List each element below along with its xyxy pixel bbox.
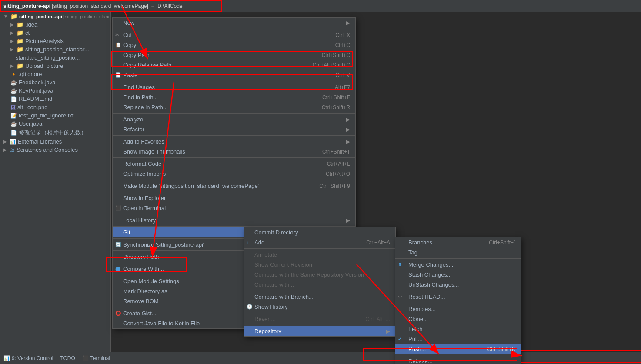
menu-item-show-current: Show Current Revision (244, 260, 395, 270)
sidebar-item-label: Upload_picture (25, 63, 63, 69)
sidebar-item-standard[interactable]: standard_sitting_positio... (0, 53, 110, 62)
menu-separator (113, 135, 355, 136)
menu-item-compare-branch[interactable]: Compare with Branch... (244, 292, 395, 302)
menu-item-optimize[interactable]: Optimize Imports Ctrl+Alt+O (113, 169, 355, 179)
menu-item-reformat[interactable]: Reformat Code Ctrl+Alt+L (113, 159, 355, 169)
menu-item-reset-head[interactable]: ↩ Reset HEAD... (395, 292, 521, 302)
menu-item-refactor[interactable]: Refactor ▶ (113, 124, 355, 134)
menu-item-pull[interactable]: ✔ Pull... (395, 334, 521, 344)
menu-separator (113, 192, 355, 192)
sidebar-item-upload[interactable]: ▶ 📁 Upload_picture (0, 62, 110, 70)
menu-label: Show in Explorer (123, 195, 350, 201)
git-submenu: Commit Directory... + Add Ctrl+Alt+A Ann… (244, 227, 396, 337)
menu-item-copy-relative-path[interactable]: Copy Relative Path Ctrl+Alt+Shift+C (113, 60, 355, 70)
menu-item-branches[interactable]: Branches... Ctrl+Shift+` (395, 237, 521, 247)
menu-separator (244, 313, 395, 313)
menu-shortcut: Ctrl+V (335, 72, 350, 78)
submenu-arrow: ▶ (346, 217, 350, 224)
chevron-icon: ▶ (10, 22, 14, 27)
sidebar-item-external[interactable]: ▶ 📊 External Libraries (0, 137, 110, 146)
sidebar-item-pictureanalysis[interactable]: ▶ 📁 PictureAnalysis (0, 37, 110, 45)
menu-item-copy-path[interactable]: Copy Path Ctrl+Shift+C (113, 50, 355, 60)
add-icon: + (247, 240, 249, 245)
menu-label: New (123, 20, 342, 26)
sidebar-item-keypoint[interactable]: ☕ KeyPoint.java (0, 87, 110, 95)
sidebar-item-xiugai[interactable]: 📄 修改记录（相片中的人数） (0, 128, 110, 137)
menu-separator (395, 355, 521, 355)
menu-item-push[interactable]: Push... Ctrl+Shift+K (395, 344, 521, 354)
menu-label: Show History (254, 304, 390, 310)
menu-label: Local History (123, 217, 342, 224)
menu-shortcut: Ctrl+X (335, 32, 350, 38)
menu-item-find-in-path[interactable]: Find in Path... Ctrl+Shift+F (113, 92, 355, 102)
menu-label: Repository (254, 328, 382, 334)
menu-item-show-history[interactable]: 🕐 Show History (244, 302, 395, 312)
sidebar-item-label: sitting_position_standar... (25, 46, 89, 53)
title-text: sitting_posture-api [sitting_position_st… (3, 3, 183, 9)
terminal-label: Terminal (90, 355, 110, 361)
menu-item-copy[interactable]: 📋 Copy Ctrl+C (113, 40, 355, 50)
menu-shortcut: Ctrl+Alt+L (327, 161, 350, 167)
menu-item-stash[interactable]: Stash Changes... (395, 270, 521, 280)
menu-label: Add to Favorites (123, 138, 342, 145)
chevron-icon: ▶ (10, 63, 14, 68)
menu-separator (113, 157, 355, 158)
sidebar-item-label: User.java (19, 120, 42, 127)
sidebar-item-root[interactable]: ▼ 📁 sitting_posture-api [sitting_positio… (0, 12, 110, 20)
terminal-icon: ⬛ (82, 355, 89, 361)
sidebar-item-ct[interactable]: ▶ 📁 ct (0, 29, 110, 37)
terminal-tab[interactable]: ⬛ Terminal (82, 355, 110, 361)
menu-label: Stash Changes... (408, 271, 515, 278)
sidebar-item-idea[interactable]: ▶ 📁 .idea (0, 20, 110, 29)
submenu-arrow: ▶ (346, 126, 350, 133)
menu-item-replace-in-path[interactable]: Replace in Path... Ctrl+Shift+R (113, 102, 355, 112)
menu-item-fetch[interactable]: Fetch (395, 324, 521, 334)
menu-label: Make Module 'sittingposition_standard_we… (123, 183, 302, 189)
menu-item-cut[interactable]: ✂ Cut Ctrl+X (113, 30, 355, 40)
project-bracket: [sitting_position_standard_welcomePage] (52, 3, 148, 9)
chevron-icon: ▶ (10, 39, 14, 43)
menu-item-show-explorer[interactable]: Show in Explorer (113, 193, 355, 203)
todo-tab[interactable]: TODO (60, 355, 75, 361)
menu-label: Compare with the Same Repository Version (254, 271, 390, 278)
repo-submenu: Branches... Ctrl+Shift+` Tag... ⬆ Merge … (395, 237, 521, 364)
menu-item-annotate: Annotate (244, 250, 395, 260)
sidebar-item-readme[interactable]: 📄 README.md (0, 95, 110, 103)
menu-item-rebase[interactable]: Rebase... (395, 356, 521, 364)
folder-icon: 📁 (17, 30, 23, 36)
menu-item-find-usages[interactable]: Find Usages Alt+F7 (113, 82, 355, 92)
sidebar-item-scratches[interactable]: ▶ 🗂 Scratches and Consoles (0, 146, 110, 154)
menu-item-unstash[interactable]: UnStash Changes... (395, 280, 521, 290)
menu-separator (395, 303, 521, 303)
menu-item-add-favorites[interactable]: Add to Favorites ▶ (113, 137, 355, 147)
menu-item-local-history[interactable]: Local History ▶ (113, 215, 355, 225)
sidebar-item-label: Feedback.java (19, 79, 56, 86)
chevron-icon: ▶ (3, 139, 7, 144)
menu-item-show-image[interactable]: Show Image Thumbnails Ctrl+Shift+T (113, 147, 355, 157)
menu-item-tag[interactable]: Tag... (395, 247, 521, 257)
sidebar-item-testgit[interactable]: 📝 test_git_file_ignore.txt (0, 111, 110, 120)
menu-item-paste[interactable]: 📄 Paste Ctrl+V (113, 70, 355, 80)
version-control-tab[interactable]: 📊 9: Version Control (3, 355, 53, 361)
sidebar-item-siticon[interactable]: 🖼 sit_icon.png (0, 103, 110, 111)
sidebar-item-sitting-position[interactable]: ▶ 📁 sitting_position_standar... (0, 45, 110, 53)
menu-item-make-module[interactable]: Make Module 'sittingposition_standard_we… (113, 181, 355, 191)
sync-icon: 🔄 (115, 242, 121, 247)
menu-item-remotes[interactable]: Remotes... (395, 304, 521, 314)
menu-label: Branches... (408, 239, 471, 246)
sidebar-item-user[interactable]: ☕ User.java (0, 120, 110, 128)
sidebar-item-feedback[interactable]: ☕ Feedback.java (0, 78, 110, 87)
menu-item-clone[interactable]: Clone... (395, 314, 521, 324)
menu-label: Remotes... (408, 306, 515, 312)
menu-item-merge[interactable]: ⬆ Merge Changes... (395, 260, 521, 270)
menu-item-open-terminal[interactable]: ⬛ Open in Terminal (113, 203, 355, 213)
menu-item-new[interactable]: New ▶ (113, 18, 355, 28)
sidebar-item-label: External Libraries (18, 138, 62, 145)
project-path: D:\AllCode (157, 3, 182, 9)
menu-label: Clone... (408, 316, 515, 322)
sidebar-item-gitignore[interactable]: 🔸 .gitignore (0, 70, 110, 78)
menu-item-commit-dir[interactable]: Commit Directory... (244, 227, 395, 237)
menu-item-add[interactable]: + Add Ctrl+Alt+A (244, 237, 395, 247)
menu-item-analyze[interactable]: Analyze ▶ (113, 114, 355, 124)
menu-item-repository[interactable]: Repository ▶ (244, 326, 395, 336)
